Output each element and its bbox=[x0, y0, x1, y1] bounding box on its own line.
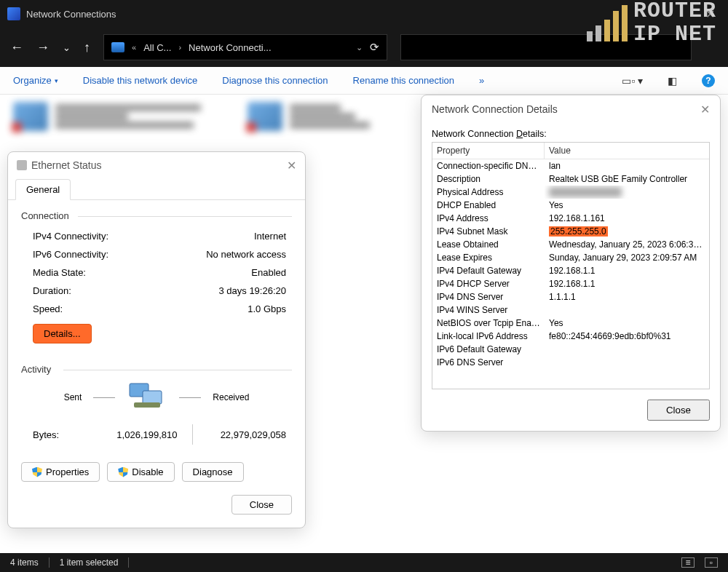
dialog-title: Network Connection Details bbox=[432, 103, 558, 115]
icons-view-icon[interactable]: ▫ bbox=[705, 557, 718, 568]
value-cell: fe80::2454:4669:9edb:6bf0%31 bbox=[545, 330, 709, 343]
group-activity: Activity bbox=[21, 364, 292, 375]
bytes-sent-value: 1,026,199,810 bbox=[84, 429, 192, 440]
group-connection: Connection bbox=[21, 210, 292, 221]
recent-chevron-icon[interactable]: ⌄ bbox=[63, 42, 71, 53]
bytes-recv-value: 22,979,029,058 bbox=[193, 429, 287, 440]
table-row[interactable]: Connection-specific DNS S...lan bbox=[432, 159, 709, 172]
property-cell: IPv4 DHCP Server bbox=[432, 277, 545, 290]
up-icon[interactable]: ↑ bbox=[84, 40, 90, 55]
close-button[interactable]: Close bbox=[647, 400, 710, 421]
rename-button[interactable]: Rename this connection bbox=[353, 75, 454, 86]
view-options-icon[interactable]: ▭▫ ▾ bbox=[622, 75, 643, 87]
dialog-title: Ethernet Status bbox=[31, 159, 102, 171]
breadcrumb-2[interactable]: Network Connecti... bbox=[189, 42, 271, 53]
diagnose-button[interactable]: Diagnose this connection bbox=[222, 75, 328, 86]
close-icon[interactable]: ✕ bbox=[700, 103, 710, 116]
table-row[interactable]: DHCP EnabledYes bbox=[432, 199, 709, 212]
label-pre: Network Connection bbox=[432, 129, 516, 139]
table-row[interactable]: Lease ExpiresSunday, January 29, 2023 2:… bbox=[432, 251, 709, 264]
close-button[interactable]: Close bbox=[232, 495, 292, 515]
disable-device-button[interactable]: Disable this network device bbox=[83, 75, 198, 86]
svg-rect-1 bbox=[143, 391, 162, 404]
details-view-icon[interactable]: ≡ bbox=[681, 557, 695, 568]
back-icon[interactable]: ← bbox=[10, 40, 23, 55]
divider bbox=[179, 397, 201, 398]
table-row[interactable]: IPv4 Default Gateway192.168.1.1 bbox=[432, 264, 709, 277]
disable-button[interactable]: Disable bbox=[107, 462, 174, 482]
chevron-right-icon: › bbox=[178, 43, 181, 52]
table-row[interactable]: Lease ObtainedWednesday, January 25, 202… bbox=[432, 238, 709, 251]
adapter-item-blurred bbox=[13, 102, 201, 131]
table-row[interactable]: IPv6 DNS Server bbox=[432, 356, 709, 369]
divider bbox=[128, 557, 129, 568]
refresh-icon[interactable]: ⟳ bbox=[370, 41, 379, 54]
col-value[interactable]: Value bbox=[545, 143, 575, 159]
ipv6-conn-label: IPv6 Connectivity: bbox=[33, 249, 108, 260]
property-cell: Physical Address bbox=[432, 186, 545, 199]
ipv4-conn-label: IPv4 Connectivity: bbox=[33, 231, 108, 242]
status-bar: 4 items 1 item selected ≡ ▫ bbox=[0, 553, 728, 572]
forward-icon[interactable]: → bbox=[36, 40, 50, 55]
property-cell: IPv4 Address bbox=[432, 212, 545, 225]
details-table: Property Value Connection-specific DNS S… bbox=[432, 142, 710, 389]
table-row[interactable]: IPv6 Default Gateway bbox=[432, 343, 709, 356]
property-cell: Link-local IPv6 Address bbox=[432, 330, 545, 343]
table-header: Property Value bbox=[432, 143, 709, 159]
search-input[interactable] bbox=[400, 34, 692, 60]
value-cell: Realtek USB GbE Family Controller bbox=[545, 172, 709, 186]
close-icon[interactable]: ✕ bbox=[700, 7, 721, 21]
close-icon[interactable]: ✕ bbox=[287, 159, 296, 172]
table-row[interactable]: DescriptionRealtek USB GbE Family Contro… bbox=[432, 172, 709, 186]
diagnose-button[interactable]: Diagnose bbox=[182, 462, 244, 482]
chevron-down-icon[interactable]: ⌄ bbox=[356, 43, 363, 52]
table-row[interactable]: IPv4 DNS Server1.1.1.1 bbox=[432, 290, 709, 303]
sent-label: Sent bbox=[64, 392, 82, 402]
col-property[interactable]: Property bbox=[432, 143, 545, 159]
duration-label: Duration: bbox=[33, 285, 71, 296]
table-row[interactable]: Physical Address00-00-00-00-00-00 bbox=[432, 186, 709, 199]
speed-label: Speed: bbox=[33, 303, 63, 314]
bytes-label: Bytes: bbox=[33, 429, 84, 440]
preview-pane-icon[interactable]: ◧ bbox=[668, 75, 677, 87]
table-row[interactable]: NetBIOS over Tcpip Enabl...Yes bbox=[432, 317, 709, 330]
address-bar[interactable]: « All C... › Network Connecti... ⌄ ⟳ bbox=[103, 34, 387, 60]
property-cell: NetBIOS over Tcpip Enabl... bbox=[432, 317, 545, 330]
tab-general[interactable]: General bbox=[15, 179, 71, 200]
overflow-button[interactable]: » bbox=[479, 75, 484, 86]
item-count: 4 items bbox=[10, 557, 39, 568]
shield-icon bbox=[32, 467, 42, 477]
property-cell: Lease Expires bbox=[432, 251, 545, 264]
properties-button[interactable]: Properties bbox=[21, 462, 100, 482]
details-label: Network Connection Details: bbox=[422, 123, 720, 140]
details-button[interactable]: Details... bbox=[33, 324, 92, 343]
selection-count: 1 item selected bbox=[60, 557, 119, 568]
table-row[interactable]: IPv4 DHCP Server192.168.1.1 bbox=[432, 277, 709, 290]
table-row[interactable]: Link-local IPv6 Addressfe80::2454:4669:9… bbox=[432, 330, 709, 343]
organize-menu[interactable]: Organize ▾ bbox=[13, 75, 58, 86]
computers-icon bbox=[127, 381, 167, 414]
value-cell bbox=[545, 356, 709, 369]
table-row[interactable]: IPv4 Address192.168.1.161 bbox=[432, 212, 709, 225]
value-cell: 192.168.1.1 bbox=[545, 277, 709, 290]
media-state-value: Enabled bbox=[251, 267, 286, 278]
received-label: Received bbox=[213, 392, 249, 402]
property-cell: DHCP Enabled bbox=[432, 199, 545, 212]
table-row[interactable]: IPv4 WINS Server bbox=[432, 303, 709, 317]
label-underline: D bbox=[516, 129, 523, 139]
disable-label: Disable bbox=[132, 466, 163, 477]
table-row[interactable]: IPv4 Subnet Mask255.255.255.0 bbox=[432, 225, 709, 238]
value-cell: 255.255.255.0 bbox=[545, 225, 709, 238]
property-cell: IPv4 Subnet Mask bbox=[432, 225, 545, 238]
adapter-item-blurred bbox=[248, 102, 370, 131]
property-cell: IPv4 Default Gateway bbox=[432, 264, 545, 277]
label-post: etails: bbox=[523, 129, 547, 139]
value-cell bbox=[545, 303, 709, 317]
help-icon[interactable]: ? bbox=[702, 74, 715, 87]
app-icon bbox=[7, 7, 20, 20]
svg-rect-2 bbox=[134, 402, 160, 408]
navbar: ← → ⌄ ↑ « All C... › Network Connecti...… bbox=[0, 28, 728, 67]
property-cell: Description bbox=[432, 172, 545, 186]
chevron-left-icon: « bbox=[132, 43, 136, 52]
breadcrumb-1[interactable]: All C... bbox=[143, 42, 171, 53]
